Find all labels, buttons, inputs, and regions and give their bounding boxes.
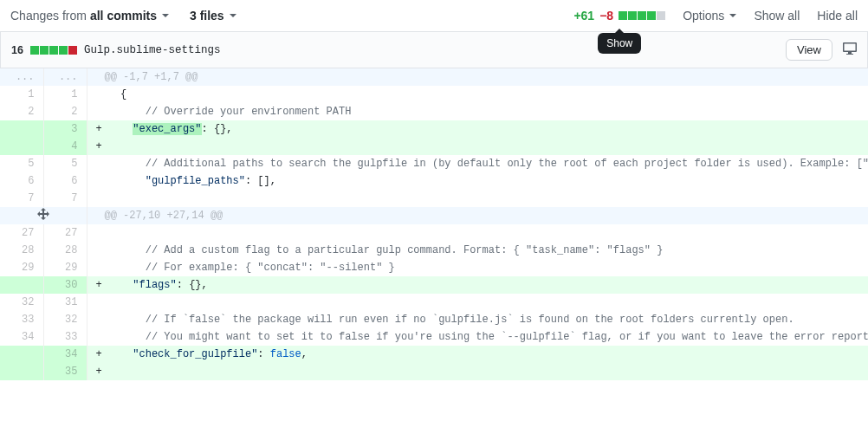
line-number-new[interactable]: 35 [43,363,87,380]
line-number-old[interactable] [0,120,43,138]
code-line: "gulpfile_paths": [], [87,172,868,190]
hunk-header: @@ -27,10 +27,14 @@ [87,207,868,224]
line-number-new[interactable]: 4 [43,138,87,155]
files-label: 3 files [190,9,224,23]
line-number-new[interactable]: 7 [43,190,87,207]
diffstat-block-add [40,46,49,55]
line-number-new[interactable]: 34 [43,346,87,363]
diff-row: 30+ "flags": {}, [0,276,868,294]
code-line: // For example: { "concat": "--silent" } [87,259,868,276]
diff-row: 77 [0,190,868,207]
code-line: // Add a custom flag to a particular gul… [87,242,868,259]
options-dropdown[interactable]: Options [683,9,736,23]
code-line: // You might want to set it to false if … [87,328,868,346]
diff-row: 22 // Override your environment PATH [0,103,868,120]
code-line [87,294,868,311]
file-change-count: 16 [11,44,23,56]
diffstat-block-add [647,11,656,20]
display-icon[interactable] [843,42,857,58]
diffstat-block-del [68,46,77,55]
line-number-old[interactable] [0,346,43,363]
line-number-old[interactable] [0,138,43,155]
diff-row: 55 // Additional paths to search the gul… [0,155,868,172]
line-number-old[interactable]: 33 [0,311,43,328]
chevron-down-icon [162,14,169,17]
diff-row: 3231 [0,294,868,311]
diff-row: 2828 // Add a custom flag to a particula… [0,242,868,259]
toolbar-left: Changes from all commits 3 files [10,9,236,23]
line-number-old[interactable]: 27 [0,224,43,242]
line-number-old[interactable] [0,276,43,294]
view-button[interactable]: View [786,39,832,61]
file-name[interactable]: Gulp.sublime-settings [84,44,221,56]
changes-from-value: all commits [90,9,157,23]
diffstat-block-add [628,11,637,20]
line-number-old[interactable]: 6 [0,172,43,190]
changes-from-dropdown[interactable]: Changes from all commits [10,9,169,23]
files-dropdown[interactable]: 3 files [190,9,236,23]
line-number-new[interactable]: 28 [43,242,87,259]
options-label: Options [683,9,724,23]
diffstat-block-add [638,11,646,20]
code-line: + "exec_args": {}, [87,120,868,138]
line-number-old[interactable] [0,363,43,380]
line-number-new[interactable]: 33 [43,328,87,346]
line-number-old[interactable]: 32 [0,294,43,311]
additions-count: +61 [573,9,594,23]
line-number-new[interactable]: 5 [43,155,87,172]
diff-row: 2727 [0,224,868,242]
line-number-new[interactable]: 32 [43,311,87,328]
code-line: + [87,363,868,380]
line-number-old[interactable]: 34 [0,328,43,346]
diff-row: 3332 // If `false` the package will run … [0,311,868,328]
code-line: + [87,138,868,155]
file-header: 16 Gulp.sublime-settings View [0,32,868,68]
line-number-old[interactable]: 7 [0,190,43,207]
diff-row: 11 { [0,86,868,103]
diffstat[interactable]: +61 −8 Show [573,9,665,23]
code-line: // Additional paths to search the gulpfi… [87,155,868,172]
code-line: { [87,86,868,103]
show-all-button[interactable]: Show all [754,9,800,23]
diffstat-block-add [619,11,627,20]
code-line: + "check_for_gulpfile": false, [87,346,868,363]
chevron-down-icon [729,14,736,17]
diff-row: 35+ [0,363,868,380]
diff-row: 66 "gulpfile_paths": [], [0,172,868,190]
line-number-old[interactable]: 2 [0,103,43,120]
line-number-new: ... [43,68,87,86]
line-number-old: ... [0,68,43,86]
hunk-header: @@ -1,7 +1,7 @@ [87,68,868,86]
diff-row: 4+ [0,138,868,155]
line-number-new[interactable]: 31 [43,294,87,311]
line-number-new[interactable]: 2 [43,103,87,120]
file-diffstat-blocks [30,46,77,55]
expand-button[interactable] [0,207,87,224]
diffstat-block-add [30,46,39,55]
line-number-old[interactable]: 1 [0,86,43,103]
diff-row: @@ -27,10 +27,14 @@ [0,207,868,224]
diff-row: 3+ "exec_args": {}, [0,120,868,138]
code-line: + "flags": {}, [87,276,868,294]
line-number-old[interactable]: 29 [0,259,43,276]
changes-from-label: Changes from [10,9,87,23]
line-number-old[interactable]: 28 [0,242,43,259]
diffstat-block-neutral [657,11,665,20]
line-number-new[interactable]: 1 [43,86,87,103]
line-number-new[interactable]: 30 [43,276,87,294]
chevron-down-icon [230,14,236,17]
code-line: // If `false` the package will run even … [87,311,868,328]
tooltip: Show [598,33,641,54]
toolbar-right: +61 −8 Show Options Show all Hide all [573,9,858,23]
line-number-new[interactable]: 27 [43,224,87,242]
file-header-right: View [786,39,857,61]
hide-all-button[interactable]: Hide all [817,9,858,23]
line-number-old[interactable]: 5 [0,155,43,172]
deletions-count: −8 [599,9,613,23]
diff-row: 34+ "check_for_gulpfile": false, [0,346,868,363]
line-number-new[interactable]: 3 [43,120,87,138]
line-number-new[interactable]: 6 [43,172,87,190]
diff-row: ......@@ -1,7 +1,7 @@ [0,68,868,86]
line-number-new[interactable]: 29 [43,259,87,276]
diff-row: 3433 // You might want to set it to fals… [0,328,868,346]
